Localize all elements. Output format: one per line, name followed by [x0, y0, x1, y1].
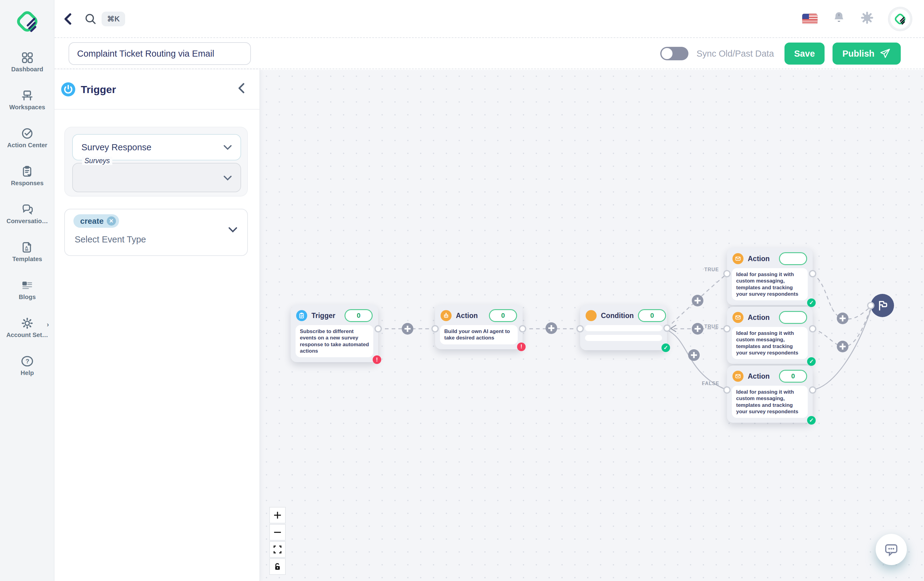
node-title: Action: [748, 313, 770, 322]
node-count-pill: [779, 311, 807, 324]
branch-label-true: TRUE: [705, 324, 719, 329]
node-count-pill: 0: [345, 309, 373, 322]
article-icon: [21, 279, 34, 292]
publish-button[interactable]: Publish: [833, 43, 901, 65]
sidebar-item-responses[interactable]: Responses: [0, 157, 54, 195]
panel-title: Trigger: [81, 84, 116, 96]
sidebar-item-label: Action Center: [7, 142, 47, 149]
chevron-left-icon: [237, 82, 246, 94]
chevron-down-icon: [228, 224, 238, 235]
node-count-pill: 0: [638, 309, 666, 322]
topbar-right: [802, 0, 912, 38]
event-type-placeholder: Select Event Type: [75, 235, 146, 245]
node-title: Action: [748, 255, 770, 263]
sync-toggle[interactable]: [660, 47, 688, 60]
trigger-config-panel: Trigger Survey Response Surveys: [54, 70, 260, 581]
node-end-flag[interactable]: [871, 294, 894, 317]
language-flag-button[interactable]: [802, 14, 818, 24]
panel-header: Trigger: [54, 70, 259, 109]
surveys-field-label: Surveys: [82, 157, 112, 165]
node-action-ai[interactable]: Action 0 Build your own AI agent to take…: [435, 305, 523, 349]
node-action-email-3[interactable]: Action 0 Ideal for passing it with custo…: [727, 366, 813, 423]
sidebar-item-blogs[interactable]: Blogs: [0, 271, 54, 309]
surveys-select[interactable]: [72, 163, 241, 192]
node-title: Trigger: [312, 312, 335, 320]
search-button[interactable]: [84, 12, 97, 28]
paper-plane-icon: [879, 48, 891, 60]
error-badge: !: [517, 343, 526, 351]
sidebar-item-help[interactable]: ? Help: [0, 346, 54, 384]
save-button[interactable]: Save: [784, 43, 825, 65]
node-description: Ideal for passing it with custom messagi…: [732, 268, 808, 300]
fit-view-button[interactable]: [269, 541, 286, 558]
node-title: Action: [748, 372, 770, 381]
publish-label: Publish: [842, 49, 874, 59]
gear-icon: [860, 11, 874, 25]
robot-icon: [441, 310, 452, 321]
workflow-builder-app: Dashboard Workspaces Action Center Respo…: [0, 0, 924, 581]
toggle-knob: [662, 48, 673, 59]
node-action-email-2[interactable]: Action Ideal for passing it with custom …: [727, 307, 813, 364]
chevron-down-icon: [223, 142, 232, 152]
document-icon: A: [21, 241, 34, 254]
sidebar-item-workspaces[interactable]: Workspaces: [0, 81, 54, 119]
support-chat-button[interactable]: [876, 534, 907, 565]
success-badge: ✓: [807, 298, 816, 307]
sidebar-item-label: Workspaces: [9, 104, 45, 111]
event-type-select[interactable]: create ✕ Select Event Type: [64, 209, 248, 256]
power-icon: [61, 82, 75, 96]
chat-bubbles-icon: [21, 203, 34, 216]
sidebar-item-templates[interactable]: A Templates: [0, 233, 54, 271]
chevron-left-icon: [61, 11, 76, 27]
lock-button[interactable]: [269, 558, 286, 575]
app-logo[interactable]: [0, 0, 54, 43]
sidebar-item-label: Responses: [11, 180, 44, 187]
sidebar-item-label: Help: [20, 369, 34, 377]
desk-icon: [21, 89, 34, 102]
branch-label-false: FALSE: [702, 381, 719, 386]
event-tag: create ✕: [73, 214, 119, 228]
remove-tag-button[interactable]: ✕: [107, 217, 116, 226]
sidebar-item-account-settings[interactable]: › Account Set…: [0, 309, 54, 346]
us-flag-icon: [802, 14, 809, 19]
main-area: ⌘K: [54, 0, 924, 581]
node-header: Action 0: [727, 366, 813, 386]
notifications-button[interactable]: [832, 11, 846, 27]
zoom-out-button[interactable]: [269, 524, 286, 541]
node-header: Action 0: [435, 305, 523, 325]
success-badge: ✓: [662, 343, 670, 352]
brand-logo-icon: [893, 12, 908, 26]
node-trigger[interactable]: Trigger 0 Subscribe to different events …: [290, 305, 378, 362]
gear-icon: [21, 317, 34, 330]
chat-icon: [883, 541, 899, 558]
trigger-clipboard-icon: [296, 310, 307, 321]
event-tag-label: create: [80, 217, 104, 226]
node-header: Condition 0: [580, 305, 667, 325]
chevron-down-icon: [223, 172, 232, 183]
node-condition[interactable]: Condition 0 ✓: [580, 305, 667, 350]
node-action-email-1[interactable]: Action Ideal for passing it with custom …: [727, 248, 813, 305]
node-description: Subscribe to different events on a new s…: [295, 325, 373, 357]
sidebar-item-dashboard[interactable]: Dashboard: [0, 43, 54, 81]
brand-logo-icon: [13, 7, 41, 35]
minus-icon: [274, 528, 282, 536]
sidebar-item-action-center[interactable]: Action Center: [0, 119, 54, 157]
node-count-pill: 0: [779, 370, 807, 382]
settings-button[interactable]: [860, 11, 874, 27]
condition-field-placeholder: [585, 335, 662, 341]
zoom-in-button[interactable]: [269, 507, 286, 523]
workflow-name-input[interactable]: [69, 42, 251, 65]
collapse-panel-button[interactable]: [237, 82, 246, 97]
envelope-icon: [733, 253, 744, 264]
back-button[interactable]: [61, 11, 76, 27]
builder-content: TRUE TRUE FALSE Trigger 0 Subscribe to d…: [54, 70, 924, 581]
unlock-icon: [274, 563, 282, 571]
sidebar-item-conversations[interactable]: Conversatio…: [0, 195, 54, 233]
chevron-right-icon: ›: [47, 321, 49, 329]
svg-text:A: A: [25, 245, 28, 250]
keyboard-shortcut-badge[interactable]: ⌘K: [102, 12, 125, 26]
node-description: Build your own AI agent to take desired …: [440, 325, 518, 344]
trigger-source-card: Survey Response Surveys: [64, 127, 248, 197]
grid-icon: [21, 51, 34, 64]
user-avatar[interactable]: [889, 7, 912, 31]
